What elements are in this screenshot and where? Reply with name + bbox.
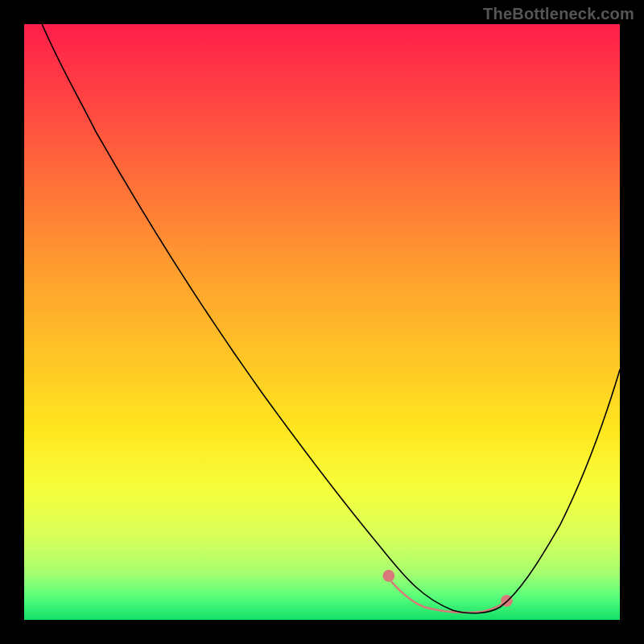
watermark-text: TheBottleneck.com bbox=[483, 5, 634, 23]
marker-dot-left bbox=[382, 570, 394, 582]
curve-line bbox=[42, 24, 620, 613]
plot-area bbox=[24, 24, 620, 620]
bottleneck-curve bbox=[24, 24, 620, 620]
chart-container: TheBottleneck.com bbox=[0, 0, 644, 644]
